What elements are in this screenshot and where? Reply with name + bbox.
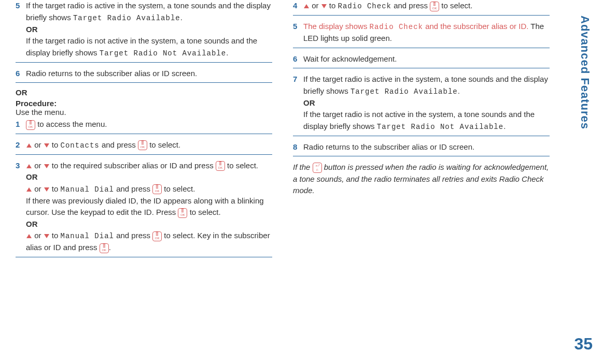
up-arrow-icon <box>26 234 32 238</box>
step-number: 5 <box>16 0 26 59</box>
procedure-heading: Procedure: <box>16 99 272 108</box>
or-block: OR <box>16 88 272 97</box>
text: to select. <box>162 184 195 193</box>
or-label: OR <box>26 172 38 181</box>
ok-button-icon <box>216 161 225 171</box>
text: to select. <box>439 1 472 10</box>
procedure-text: Use the menu. <box>16 108 272 117</box>
menu-item: Contacts <box>61 141 100 150</box>
text: or <box>32 184 44 193</box>
step-text: Radio returns to the subscriber alias or… <box>26 68 272 80</box>
text: . <box>503 122 506 130</box>
separator <box>293 68 550 68</box>
text: If there was previously dialed ID, the I… <box>26 196 264 217</box>
separator <box>293 136 550 136</box>
up-arrow-icon <box>26 187 32 192</box>
step-number: 5 <box>293 21 303 45</box>
text: to <box>50 140 61 149</box>
text: to <box>50 231 61 240</box>
up-arrow-icon <box>26 164 32 168</box>
ok-button-icon <box>178 208 187 218</box>
text: to <box>50 184 61 193</box>
text: and press <box>100 140 138 149</box>
display-text: Target Radio Available <box>350 88 458 96</box>
text: to select. <box>187 208 220 216</box>
step-number: 4 <box>293 0 303 12</box>
text: or <box>32 140 44 149</box>
text: to select. <box>225 161 258 170</box>
down-arrow-icon <box>44 234 49 238</box>
text: or <box>32 161 44 170</box>
menu-item: Manual Dial <box>61 232 114 240</box>
step-4-right: 4 or to Radio Check and press to select. <box>293 0 550 12</box>
or-label: OR <box>303 98 315 107</box>
step-3: 3 or to the required subscriber alias or… <box>16 160 272 254</box>
display-text: Target Radio Not Available <box>100 49 226 57</box>
step-6-right: 6 Wait for acknowledgement. <box>293 53 550 65</box>
ok-button-icon <box>152 184 162 194</box>
separator <box>293 15 550 16</box>
step-5-right: 5 The display shows Radio Check and the … <box>293 21 550 45</box>
text: The display shows <box>303 22 370 31</box>
separator <box>293 156 550 156</box>
up-arrow-icon <box>26 143 32 148</box>
step-2: 2 or to Contacts and press to select. <box>16 139 272 151</box>
text: or <box>32 231 44 240</box>
step-number: 6 <box>293 53 303 65</box>
display-text: Target Radio Not Available <box>377 123 503 131</box>
separator <box>16 154 272 155</box>
separator <box>16 257 272 257</box>
separator <box>16 134 272 134</box>
back-button-icon <box>313 163 322 173</box>
step-number: 6 <box>16 68 26 80</box>
or-label: OR <box>26 25 38 34</box>
text: to select. <box>147 140 180 149</box>
section-title: Advanced Features <box>578 16 592 129</box>
step-6-left: 6 Radio returns to the subscriber alias … <box>16 68 272 80</box>
step-5-left: 5 If the target radio is active in the s… <box>16 0 272 59</box>
ok-button-icon <box>430 2 439 11</box>
note: If the button is pressed when the radio … <box>293 162 550 197</box>
step-number: 2 <box>16 139 26 151</box>
text: to access the menu. <box>35 120 107 128</box>
step-text: Wait for acknowledgement. <box>303 53 550 65</box>
or-label: OR <box>26 220 38 228</box>
text: and press <box>114 231 152 240</box>
left-column: 5 If the target radio is active in the s… <box>16 0 272 364</box>
step-number: 8 <box>293 141 303 153</box>
right-column: 4 or to Radio Check and press to select.… <box>293 0 550 364</box>
text: and press <box>391 1 430 10</box>
step-text: or to Contacts and press to select. <box>26 139 272 151</box>
step-1: 1 to access the menu. <box>16 119 272 130</box>
down-arrow-icon <box>44 164 49 168</box>
step-text: or to Radio Check and press to select. <box>303 0 550 12</box>
menu-item: Radio Check <box>338 2 391 10</box>
text: . <box>109 243 111 252</box>
procedure-block: Procedure: Use the menu. <box>16 99 272 117</box>
step-text: or to the required subscriber alias or I… <box>26 160 272 254</box>
step-7-right: 7 If the target radio is active in the s… <box>293 74 550 133</box>
text: . <box>180 13 183 22</box>
step-text: If the target radio is active in the sys… <box>303 74 550 133</box>
text: If the <box>293 163 313 171</box>
step-8-right: 8 Radio returns to the subscriber alias … <box>293 141 550 153</box>
ok-button-icon <box>152 231 162 241</box>
ok-button-icon <box>26 120 35 130</box>
separator <box>16 62 272 63</box>
step-text: to access the menu. <box>26 119 272 130</box>
ok-button-icon <box>100 243 109 253</box>
text: or <box>310 1 321 10</box>
step-number: 7 <box>293 74 303 133</box>
display-text: Radio Check <box>370 23 423 31</box>
ok-button-icon <box>138 140 147 150</box>
display-text: Target Radio Available <box>73 14 180 22</box>
text: and the subscriber alias or ID. <box>423 22 528 31</box>
step-number: 1 <box>16 119 26 130</box>
up-arrow-icon <box>304 4 309 8</box>
down-arrow-icon <box>321 4 327 8</box>
separator <box>293 48 550 48</box>
menu-item: Manual Dial <box>61 185 114 194</box>
down-arrow-icon <box>44 143 49 148</box>
text: to <box>327 1 338 10</box>
step-text: Radio returns to the subscriber alias or… <box>303 141 550 153</box>
